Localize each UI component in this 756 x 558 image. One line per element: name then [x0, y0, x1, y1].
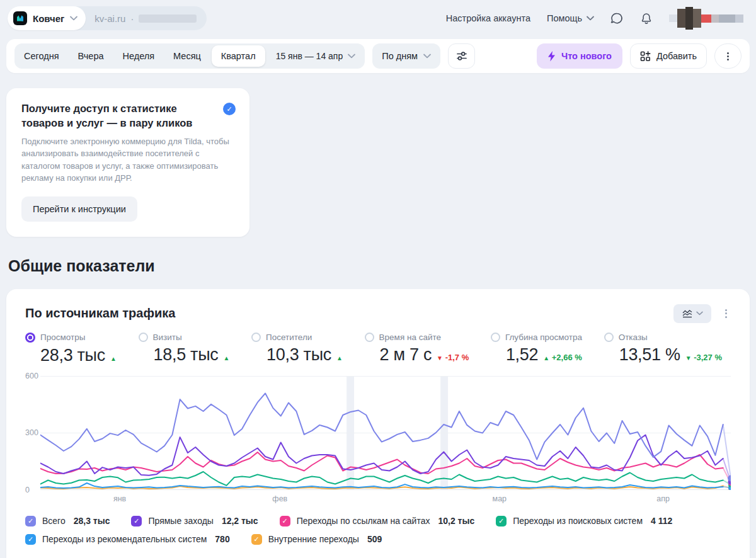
legend-item[interactable]: ✓Переходы из поисковых систем4 112	[496, 516, 672, 527]
metric-tab-time[interactable]: Время на сайте2 м 7 с▼ -1,7 %	[365, 333, 469, 365]
line-chart-icon	[682, 309, 692, 318]
period-tab-Месяц[interactable]: Месяц	[164, 43, 210, 69]
go-to-instruction-button[interactable]: Перейти к инструкции	[21, 196, 137, 222]
grouping-label: По дням	[382, 51, 418, 61]
help-menu[interactable]: Помощь	[547, 13, 594, 23]
legend-label: Переходы из рекомендательных систем	[42, 534, 207, 544]
counter-pill[interactable]: Ковчег	[8, 6, 86, 30]
period-tab-Вчера[interactable]: Вчера	[69, 43, 113, 69]
metric-delta: ▲ +2,66 %	[543, 353, 582, 362]
date-range-selector[interactable]: 15 янв — 14 апр	[266, 51, 365, 61]
chevron-down-icon	[587, 16, 594, 21]
legend-value: 10,2 тыс	[438, 516, 474, 526]
chat-icon[interactable]	[610, 12, 624, 25]
metric-value: 13,51 %	[619, 345, 680, 365]
legend-checkbox[interactable]: ✓	[251, 534, 262, 545]
metric-value: 18,5 тыс	[154, 345, 219, 365]
traffic-chart[interactable]: 0300600	[40, 376, 731, 490]
chart-plot-area: 0300600 янвфевмарапр	[25, 376, 731, 505]
blurred-counter-label	[139, 14, 197, 23]
metric-radio[interactable]	[491, 333, 500, 342]
counter-switcher[interactable]: Ковчег kv-ai.ru ·	[8, 6, 207, 30]
legend-label: Внутренние переходы	[268, 534, 359, 544]
traffic-sources-card: По источникам трафика Просмотры28,3 тыс▲…	[6, 289, 750, 558]
metric-radio[interactable]	[25, 333, 35, 343]
metric-delta: ▲	[336, 353, 343, 362]
metric-tab-depth[interactable]: Глубина просмотра1,52▲ +2,66 %	[491, 333, 582, 365]
y-axis-label: 600	[25, 372, 38, 380]
metric-label: Посетители	[266, 333, 312, 342]
metric-value: 1,52	[506, 345, 538, 365]
metric-delta: ▼ -3,27 %	[685, 353, 722, 362]
section-title: Общие показатели	[8, 257, 756, 275]
legend-label: Прямые заходы	[148, 516, 213, 526]
chart-type-selector[interactable]	[673, 304, 711, 323]
traffic-chart-svg	[40, 376, 731, 490]
segments-filter-button[interactable]	[448, 43, 475, 69]
metric-tab-visits[interactable]: Визиты18,5 тыс▲	[139, 333, 230, 365]
add-label: Добавить	[656, 51, 697, 61]
legend-value: 780	[215, 534, 229, 544]
promo-title: Получите доступ к статистике товаров и у…	[21, 101, 214, 130]
whats-new-button[interactable]: Что нового	[537, 43, 622, 69]
x-axis-labels: янвфевмарапр	[40, 490, 731, 505]
date-range-label: 15 янв — 14 апр	[276, 51, 343, 61]
check-circle-icon: ✓	[223, 103, 236, 115]
metric-radio[interactable]	[604, 333, 614, 342]
notifications-bell-icon[interactable]	[640, 12, 653, 25]
whats-new-label: Что нового	[561, 51, 612, 61]
legend-value: 12,2 тыс	[222, 516, 258, 526]
help-label: Помощь	[547, 13, 582, 23]
legend-checkbox[interactable]: ✓	[496, 516, 507, 527]
metric-label: Отказы	[619, 333, 648, 342]
legend-item[interactable]: ✓Переходы по ссылкам на сайтах10,2 тыс	[280, 516, 475, 527]
counter-domain-text: kv-ai.ru	[94, 13, 125, 24]
top-header: Ковчег kv-ai.ru · Настройка аккаунта Пом…	[0, 0, 756, 37]
user-avatar[interactable]	[669, 7, 743, 30]
chart-more-button[interactable]	[721, 305, 731, 322]
metric-radio[interactable]	[251, 333, 261, 342]
metric-radio[interactable]	[365, 333, 374, 342]
metric-tabs: Просмотры28,3 тыс▲ Визиты18,5 тыс▲ Посет…	[25, 333, 731, 365]
metric-delta: ▲	[110, 353, 117, 363]
x-axis-label-янв: янв	[113, 494, 126, 503]
period-tab-Сегодня[interactable]: Сегодня	[14, 43, 69, 69]
more-actions-button[interactable]	[714, 43, 742, 69]
metric-tab-bounce[interactable]: Отказы13,51 %▼ -3,27 %	[604, 333, 722, 365]
metric-delta: ▼ -1,7 %	[437, 353, 469, 362]
period-segmented-control: СегодняВчераНеделяМесяцКвартал 15 янв — …	[14, 43, 365, 69]
legend-label: Переходы из поисковых систем	[513, 516, 643, 526]
legend-item[interactable]: ✓Прямые заходы12,2 тыс	[131, 516, 258, 527]
add-button[interactable]: Добавить	[630, 43, 707, 69]
legend-checkbox[interactable]: ✓	[25, 516, 36, 527]
grid-plus-icon	[640, 51, 651, 62]
x-axis-label-мар: мар	[493, 494, 507, 503]
grouping-selector[interactable]: По дням	[372, 43, 440, 69]
chevron-down-icon	[423, 54, 431, 59]
chevron-down-icon	[348, 54, 355, 59]
period-tab-Квартал[interactable]: Квартал	[212, 45, 265, 67]
legend-checkbox[interactable]: ✓	[25, 534, 36, 545]
metric-value: 28,3 тыс	[40, 346, 105, 365]
metric-tab-views[interactable]: Просмотры28,3 тыс▲	[25, 333, 117, 365]
chart-legend: ✓Всего28,3 тыс✓Прямые заходы12,2 тыс✓Пер…	[25, 516, 731, 545]
promo-description: Подключите электронную коммерцию для Til…	[21, 135, 236, 185]
kebab-icon	[727, 51, 729, 62]
legend-checkbox[interactable]: ✓	[280, 516, 290, 527]
x-axis-label-фев: фев	[272, 494, 287, 503]
legend-item[interactable]: ✓Всего28,3 тыс	[25, 516, 110, 527]
counter-domain[interactable]: kv-ai.ru ·	[86, 13, 207, 24]
counter-name: Ковчег	[33, 13, 64, 24]
legend-item[interactable]: ✓Внутренние переходы509	[251, 534, 382, 545]
metric-radio[interactable]	[139, 333, 148, 342]
account-settings-link[interactable]: Настройка аккаунта	[446, 13, 530, 23]
legend-checkbox[interactable]: ✓	[131, 516, 142, 527]
promo-card: Получите доступ к статистике товаров и у…	[6, 88, 249, 237]
legend-item[interactable]: ✓Переходы из рекомендательных систем780	[25, 534, 230, 545]
separator-dot: ·	[130, 13, 134, 24]
period-tab-Неделя[interactable]: Неделя	[113, 43, 164, 69]
metric-label: Глубина просмотра	[505, 333, 582, 342]
metric-tab-visitors[interactable]: Посетители10,3 тыс▲	[251, 333, 343, 365]
metric-value: 10,3 тыс	[266, 345, 331, 365]
legend-value: 509	[367, 534, 382, 544]
